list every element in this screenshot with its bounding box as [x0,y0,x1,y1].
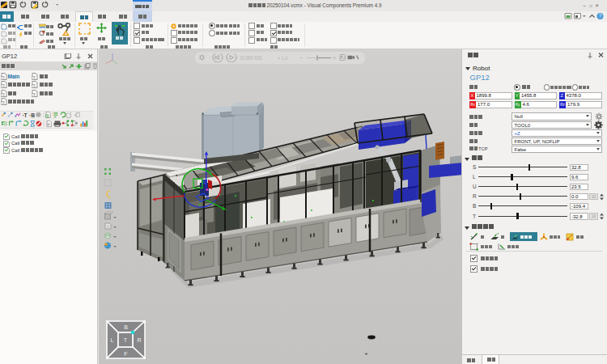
svg-text:R: R [137,337,141,343]
svg-text:L: L [111,337,114,343]
svg-text:0:00:00: 0:00:00 [240,54,262,61]
svg-text:·B: ·B [29,112,35,118]
svg-text:?: ? [599,13,602,19]
svg-text:T: T [124,337,128,343]
svg-text:F: F [124,351,127,357]
svg-text:B: B [124,324,128,330]
svg-text:·T: ·T [22,112,28,118]
svg-text:× 1.0: × 1.0 [278,56,287,61]
